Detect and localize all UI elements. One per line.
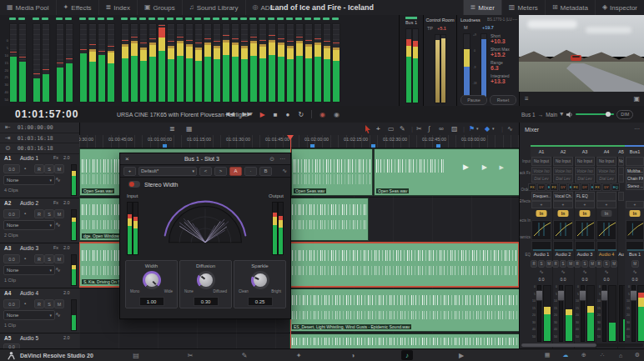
strip-name[interactable]: Audio 2 — [552, 252, 574, 257]
strip-in-badge[interactable]: In — [601, 210, 612, 217]
mute-button[interactable]: M — [567, 260, 574, 268]
automation-toggle-icon[interactable]: ◉ — [319, 111, 325, 118]
speaker-icon[interactable] — [566, 111, 573, 118]
strip-tab[interactable]: A3 — [574, 145, 596, 157]
monitor-dropdown-icon[interactable]: ▾ — [560, 111, 563, 118]
curve-icon[interactable]: ∿ — [55, 267, 61, 273]
mixer-toggle-button[interactable]: ≣Mixer — [463, 0, 501, 15]
metadata-toggle-button[interactable]: ⊞Metadata — [545, 0, 595, 15]
monitor-bus-label[interactable]: Bus 1 — [521, 112, 536, 118]
strip-name[interactable]: Au — [617, 252, 625, 257]
strip-tab[interactable]: A2 — [552, 145, 574, 157]
mixer-strip-bus1[interactable]: Bus1 Multiba... Chain FX Stereo ... + In… — [625, 145, 644, 348]
curve-icon[interactable]: ∿ — [55, 222, 61, 228]
pan-curve-icon[interactable]: ∿ — [574, 268, 596, 274]
fast-rewind-button[interactable]: ◀◀ — [225, 111, 234, 118]
audio-clip[interactable]: ES_Desert, Light Whistling, Wind Gusts -… — [289, 288, 519, 332]
users-icon[interactable]: ∴ — [596, 350, 608, 360]
diffusion-knob[interactable] — [199, 273, 213, 287]
knob-value[interactable]: 0.30 — [194, 297, 219, 306]
strip-input[interactable]: No — [618, 157, 624, 166]
close-icon[interactable]: × — [125, 155, 129, 163]
record-arm-button[interactable]: R — [34, 164, 44, 173]
mixer-menu-icon[interactable]: ⋯ — [634, 126, 640, 133]
solo-button[interactable]: S — [44, 164, 54, 173]
record-arm-button[interactable]: R — [34, 209, 44, 218]
monitor-dest-label[interactable]: Main — [546, 112, 557, 118]
track-header-a4[interactable]: A4 Audio 4 2.0 0.0 ▪ R S M None▾ ∿ 1 Cli… — [0, 288, 79, 333]
track-header-a3[interactable]: A3 Audio 3 Fx 2.0 0.0 ▪ R S M None▾ ∿ 1 … — [0, 243, 79, 288]
fader-handle[interactable] — [630, 290, 637, 301]
mute-button[interactable]: M — [611, 260, 617, 268]
track-gain[interactable]: 0.0 — [3, 209, 20, 218]
record-button[interactable]: ● — [286, 111, 290, 118]
strip-gain[interactable]: 0.0 — [531, 277, 552, 282]
inspector-toggle-button[interactable]: ◈Inspector — [595, 0, 644, 15]
stop-button[interactable]: ■ — [274, 111, 278, 118]
fx-chip[interactable]: FX — [571, 183, 580, 191]
dynamics-graph[interactable] — [531, 220, 551, 240]
lock-icon[interactable]: ▪ — [24, 211, 26, 216]
strip-in-badge[interactable]: In — [630, 210, 641, 217]
dy-chip[interactable]: DY — [581, 183, 589, 191]
mixer-scrollbar-thumb[interactable] — [521, 343, 596, 347]
mute-button[interactable]: M — [54, 164, 64, 173]
panels-icon[interactable]: ▦ — [541, 350, 553, 360]
solo-button[interactable]: S — [581, 260, 588, 268]
mixer-strip-a4[interactable]: A4 No Input Voice Iso Dial Lev FX DY EQ … — [596, 145, 618, 348]
strip-effect[interactable] — [618, 192, 624, 201]
strip-input[interactable]: No Input — [531, 157, 551, 166]
flag-icon[interactable]: ⚑ — [469, 124, 475, 133]
lock-icon[interactable]: ▪ — [24, 301, 26, 306]
strip-add-effect[interactable]: + — [531, 201, 551, 208]
strip-gain[interactable]: 0.0 — [552, 277, 574, 282]
pan-curve-icon[interactable]: ∿ — [552, 268, 574, 274]
trim-tool-icon[interactable]: + — [376, 124, 380, 133]
loudness-pause-button[interactable]: Pause — [460, 95, 487, 105]
record-arm-button[interactable]: R — [531, 260, 537, 268]
pan-curve-icon[interactable]: ∿ — [531, 268, 552, 274]
knob-value[interactable]: 1.00 — [139, 297, 164, 306]
next-preset-button[interactable]: > — [214, 167, 227, 176]
strip-add-effect[interactable]: + — [626, 201, 644, 208]
eq-graph[interactable] — [596, 241, 616, 250]
strip-gain[interactable]: 0.0 — [625, 277, 644, 282]
page-media-icon[interactable]: ▤ — [130, 350, 142, 360]
record-arm-button[interactable]: R — [596, 260, 602, 268]
cloud-icon[interactable]: ☁ — [560, 350, 571, 360]
strip-input[interactable]: No Input — [553, 157, 573, 166]
pan-curve-icon[interactable]: ∿ — [625, 268, 644, 274]
link-tool-icon[interactable]: ∞ — [439, 124, 444, 133]
dy-chip[interactable]: DY — [602, 183, 611, 191]
timeline-ruler[interactable]: 01:00:30:0001:00:45:0001:01:00:0001:01:1… — [79, 135, 519, 148]
mixer-scrollbar[interactable] — [521, 343, 643, 347]
dim-button[interactable]: DIM — [616, 110, 633, 119]
strip-effect[interactable]: Frequen... — [531, 192, 551, 201]
fader-handle[interactable] — [601, 290, 608, 301]
effects-button[interactable]: ✦Effects — [57, 0, 99, 15]
strip-dial-lev[interactable]: Dial Lev — [596, 174, 616, 183]
audio-clip[interactable]: ▶ ▶ ▶ Open Seas.wav — [374, 148, 519, 196]
add-preset-button[interactable]: + — [123, 167, 136, 176]
knob-value[interactable]: 0.25 — [248, 297, 273, 306]
track-gain[interactable]: 0.0 — [3, 164, 20, 173]
track-index-icon[interactable]: ▦ — [186, 124, 193, 133]
page-deliver-icon[interactable]: ▶ — [455, 350, 467, 360]
sparkle-knob[interactable] — [254, 273, 267, 287]
gear-icon[interactable]: ⚙ — [631, 350, 643, 360]
mute-button[interactable]: M — [546, 260, 552, 268]
strip-input[interactable]: No Input — [575, 157, 595, 166]
track-gain[interactable]: 0.0 — [3, 254, 20, 263]
media-pool-button[interactable]: ▦Media Pool — [0, 0, 57, 15]
automation-dropdown[interactable]: None▾ — [3, 175, 55, 185]
mixer-strip-a3[interactable]: A3 No Input Voice Iso Dial Lev FX DY EQ … — [574, 145, 596, 348]
automation-dropdown[interactable]: None▾ — [3, 265, 55, 275]
strip-tab[interactable]: A5 — [617, 145, 625, 157]
fader-handle[interactable] — [579, 290, 586, 301]
plugin-menu-icon[interactable]: ⋯ — [279, 156, 285, 163]
home-icon[interactable]: ⌂ — [615, 350, 626, 360]
envelope-tool-icon[interactable]: ▨ — [451, 124, 458, 133]
page-fairlight-icon[interactable]: ♪ — [401, 350, 413, 360]
prev-preset-button[interactable]: < — [199, 167, 212, 176]
pen-tool-icon[interactable]: ∫ — [428, 124, 430, 133]
